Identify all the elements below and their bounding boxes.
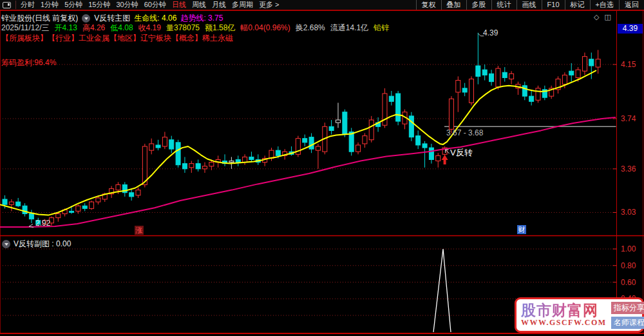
candle-body <box>522 86 527 96</box>
candle-body <box>142 146 147 184</box>
candle-body <box>329 126 334 130</box>
low-callout-line <box>29 224 33 227</box>
quote-field: 低4.08 <box>110 23 133 32</box>
candle-body <box>70 211 74 212</box>
candle-body <box>169 140 174 149</box>
candle-body <box>156 145 160 148</box>
trading-app-window: { "toolbar": { "left_items": [ {"t":"分时"… <box>0 0 644 336</box>
period-menu-item[interactable]: 1分钟 <box>41 1 59 8</box>
period-menu: 分时1分钟5分钟15分钟30分钟60分钟日线周线月线多周期更多 > <box>21 0 285 10</box>
tool-menu-item[interactable]: 多股 <box>466 0 491 10</box>
tool-menu-item[interactable]: 画线 <box>516 0 542 10</box>
candle-body <box>349 132 354 152</box>
candle-body <box>562 75 567 84</box>
candle-body <box>303 139 307 143</box>
candle-body <box>469 79 474 103</box>
candle-body <box>116 184 120 190</box>
candle-body <box>489 74 494 81</box>
candle-body <box>436 155 440 161</box>
candle-body <box>209 163 214 166</box>
watermark-badge-indicator: 指标分享 <box>611 302 644 314</box>
quote-row: 2025/11/12/三开4.13高4.26低4.08收4.19量378075额… <box>1 23 394 34</box>
report-marker-badge[interactable]: 财 <box>517 225 526 234</box>
period-menu-item[interactable]: 15分钟 <box>88 1 110 8</box>
period-menu-item[interactable]: 60分钟 <box>144 1 166 8</box>
quote-field: 开4.13 <box>55 23 77 32</box>
main-chart-area[interactable] <box>0 0 644 336</box>
candle-body <box>336 120 341 123</box>
quote-field: 额1.58亿 <box>205 23 235 32</box>
tool-menu-item[interactable]: F10 <box>542 0 565 10</box>
high-price-annotation: 4.39 <box>483 28 498 37</box>
candle-body <box>9 202 14 204</box>
y-axis-label-sub: 0.60 <box>621 278 643 287</box>
candle-body <box>509 74 514 79</box>
period-menu-item[interactable]: 5分钟 <box>64 1 82 8</box>
candle-body <box>276 150 280 155</box>
toolbar-divider <box>15 1 16 9</box>
quote-field: 换2.68% <box>296 23 325 32</box>
candle-body <box>249 157 254 159</box>
candle-body <box>569 71 574 75</box>
watermark-text: 股市财富网 WWW.GSCFW.COM <box>521 302 607 328</box>
candle-body <box>3 199 7 204</box>
candle-body <box>196 164 200 169</box>
candle-body <box>596 59 600 67</box>
period-menu-item[interactable]: 周线 <box>192 1 206 8</box>
quote-field: 流通14.1亿 <box>330 23 368 32</box>
candle-body <box>23 206 27 213</box>
sub-indicator-header: V反转副图 : 0.00 <box>2 239 71 250</box>
quote-field: 高4.26 <box>82 23 105 32</box>
tool-menu-item[interactable]: +自选 <box>590 0 619 10</box>
tool-menu-item[interactable]: 标记 <box>565 0 590 10</box>
watermark-badge-course: 名师课程 <box>611 317 644 329</box>
candle-body <box>589 59 594 66</box>
candle-body <box>82 206 87 208</box>
y-axis-label-sub: 1.00 <box>621 244 643 253</box>
candle-body <box>502 72 507 77</box>
quote-field: 幅0.04(0.96%) <box>240 23 290 32</box>
chevron-down-icon[interactable] <box>82 14 90 23</box>
candle-body <box>76 206 80 211</box>
window-icon[interactable] <box>3 2 11 8</box>
candle-body <box>29 214 33 219</box>
quote-field: 铅锌 <box>374 23 389 32</box>
candle-body <box>356 145 361 152</box>
quote-field: 量378075 <box>166 23 200 32</box>
chart-mini-icons: ◇ ◫ <box>594 13 611 21</box>
candle-body <box>456 81 460 92</box>
diamond-icon[interactable]: ◇ <box>594 13 599 21</box>
candle-body <box>90 202 94 208</box>
low-price-annotation: 2.92 <box>35 219 50 228</box>
tool-menu-item[interactable]: 返回 <box>619 0 644 10</box>
limit-up-marker-badge[interactable]: 涨 <box>135 226 144 235</box>
watermark-box: 股市财富网 WWW.GSCFW.COM 指标分享 名师课程 <box>515 297 644 333</box>
period-menu-item[interactable]: 30分钟 <box>117 1 138 8</box>
candle-body <box>129 193 134 197</box>
candle-body <box>309 137 314 149</box>
period-menu-item[interactable]: 更多 > <box>259 1 279 8</box>
split-pane-icon[interactable]: ◫ <box>604 13 611 21</box>
candle-body <box>389 96 393 101</box>
candle-body <box>149 144 154 150</box>
candle-body <box>162 137 167 146</box>
candle-body <box>229 161 234 163</box>
period-menu-item[interactable]: 日线 <box>172 1 186 8</box>
period-menu-item[interactable]: 月线 <box>212 1 226 8</box>
candle-body <box>343 112 347 135</box>
quote-field: 收4.19 <box>138 23 161 32</box>
watermark-url: WWW.GSCFW.COM <box>521 318 607 328</box>
tool-menu-item[interactable]: 复权 <box>416 0 441 10</box>
candle-body <box>176 143 180 165</box>
chevron-down-icon[interactable] <box>2 240 10 248</box>
top-toolbar: 分时1分钟5分钟15分钟30分钟60分钟日线周线月线多周期更多 > 复权叠加多股… <box>0 0 644 11</box>
y-axis-label-main: 3.74 <box>621 114 643 123</box>
tool-menu-item[interactable]: 叠加 <box>441 0 466 10</box>
quote-field: 2025/11/12/三 <box>1 23 50 32</box>
candle-body <box>416 136 421 145</box>
y-axis-label-sub: 0.80 <box>621 261 643 270</box>
tool-menu-item[interactable]: 统计 <box>491 0 516 10</box>
period-menu-item[interactable]: 多周期 <box>232 1 253 8</box>
y-axis-label-main: 3.03 <box>621 208 643 217</box>
period-menu-item[interactable]: 分时 <box>21 1 35 8</box>
